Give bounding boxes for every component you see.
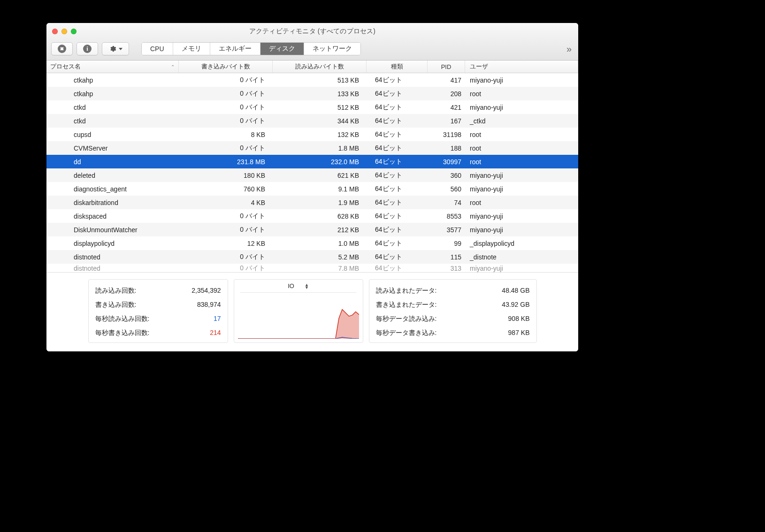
cell-kind: 64ビット	[367, 185, 428, 193]
col-bytes-read[interactable]: 読み込みバイト数	[273, 61, 367, 73]
cell-name: ctkd	[46, 117, 179, 125]
cell-read: 1.8 MB	[273, 144, 367, 152]
cell-write: 0 バイト	[179, 76, 273, 84]
reads-sec-value: 17	[214, 312, 221, 326]
cell-kind: 64ビット	[367, 239, 428, 248]
chart-mode-select[interactable]: IO ▲▼	[240, 282, 357, 293]
chevron-down-icon	[119, 48, 122, 50]
cell-write: 0 バイト	[179, 144, 273, 152]
cell-name: ctkd	[46, 104, 179, 111]
activity-monitor-window: アクティビティモニタ (すべてのプロセス) i	[46, 23, 578, 351]
toolbar: i CPU メモリ エネルギー ディスク ネットワーク	[46, 40, 578, 57]
inspect-process-button[interactable]: i	[76, 42, 98, 55]
col-process-name[interactable]: プロセス名 ⌃	[46, 61, 179, 73]
data-read-sec-label: 毎秒データ読み込み:	[376, 312, 437, 326]
table-row[interactable]: distnoted0 バイト5.2 MB64ビット115_distnote	[46, 250, 578, 264]
col-bytes-written[interactable]: 書き込みバイト数	[179, 61, 273, 73]
table-row[interactable]: diskarbitrationd4 KB1.9 MB64ビット74root	[46, 196, 578, 209]
table-row[interactable]: diskspaced0 バイト628 KB64ビット8553miyano-yuj…	[46, 209, 578, 223]
cell-user: _ctkd	[465, 117, 578, 125]
cell-name: cupsd	[46, 131, 179, 138]
tab-memory[interactable]: メモリ	[173, 43, 210, 55]
writes-sec-value: 214	[210, 326, 221, 340]
cell-pid: 167	[428, 117, 465, 125]
stop-process-button[interactable]	[51, 42, 73, 55]
cell-user: miyano-yuji	[465, 172, 578, 179]
cell-read: 1.9 MB	[273, 199, 367, 206]
cell-kind: 64ビット	[367, 158, 428, 166]
cell-name: diskspaced	[46, 213, 179, 220]
tab-disk[interactable]: ディスク	[260, 43, 304, 55]
cell-name: diskarbitrationd	[46, 199, 179, 206]
cell-write: 8 KB	[179, 131, 273, 138]
cell-write: 0 バイト	[179, 226, 273, 234]
cell-read: 133 KB	[273, 90, 367, 98]
cell-write: 4 KB	[179, 199, 273, 206]
table-row[interactable]: dd231.8 MB232.0 MB64ビット30997root	[46, 155, 578, 168]
cell-read: 621 KB	[273, 172, 367, 179]
table-row[interactable]: ctkd0 バイト512 KB64ビット421miyano-yuji	[46, 100, 578, 114]
toolbar-overflow-button[interactable]: »	[566, 44, 574, 54]
actions-menu-button[interactable]	[102, 42, 129, 55]
cell-pid: 188	[428, 144, 465, 152]
cell-write: 760 KB	[179, 185, 273, 193]
table-row[interactable]: DiskUnmountWatcher0 バイト212 KB64ビット3577mi…	[46, 223, 578, 236]
table-row[interactable]: ctkd0 バイト344 KB64ビット167_ctkd	[46, 114, 578, 128]
data-written-value: 43.92 GB	[502, 297, 529, 312]
cell-kind: 64ビット	[367, 253, 428, 261]
cell-write: 0 バイト	[179, 264, 273, 272]
cell-pid: 208	[428, 90, 465, 98]
cell-name: ctkahp	[46, 90, 179, 98]
cell-pid: 560	[428, 185, 465, 193]
cell-user: root	[465, 199, 578, 206]
data-read-label: 読み込まれたデータ:	[376, 283, 437, 297]
cell-pid: 3577	[428, 226, 465, 234]
cell-kind: 64ビット	[367, 171, 428, 180]
data-write-sec-label: 毎秒データ書き込み:	[376, 326, 437, 340]
data-written-label: 書き込まれたデータ:	[376, 297, 437, 312]
cell-user: _displaypolicyd	[465, 240, 578, 247]
cell-read: 232.0 MB	[273, 158, 367, 166]
reads-label: 読み込み回数:	[95, 283, 137, 297]
cell-write: 0 バイト	[179, 103, 273, 112]
table-row[interactable]: ctkahp0 バイト133 KB64ビット208root	[46, 87, 578, 100]
table-row[interactable]: ctkahp0 バイト513 KB64ビット417miyano-yuji	[46, 73, 578, 87]
cell-read: 628 KB	[273, 213, 367, 220]
table-row[interactable]: displaypolicyd12 KB1.0 MB64ビット99_display…	[46, 236, 578, 250]
tab-cpu[interactable]: CPU	[142, 43, 173, 55]
cell-pid: 417	[428, 76, 465, 84]
info-icon: i	[83, 45, 92, 53]
window-title: アクティビティモニタ (すべてのプロセス)	[46, 23, 578, 39]
table-row[interactable]: distnoted0 バイト7.8 MB64ビット313miyano-yuji	[46, 264, 578, 272]
cell-pid: 360	[428, 172, 465, 179]
io-chart-panel: IO ▲▼	[234, 279, 363, 343]
stop-icon	[58, 45, 66, 53]
table-row[interactable]: diagnostics_agent760 KB9.1 MB64ビット560miy…	[46, 182, 578, 196]
cell-kind: 64ビット	[367, 198, 428, 207]
cell-user: miyano-yuji	[465, 213, 578, 220]
io-chart	[238, 305, 359, 339]
table-row[interactable]: deleted180 KB621 KB64ビット360miyano-yuji	[46, 168, 578, 182]
writes-value: 838,974	[197, 297, 221, 312]
process-table[interactable]: ctkahp0 バイト513 KB64ビット417miyano-yujictka…	[46, 73, 578, 272]
cell-write: 12 KB	[179, 240, 273, 247]
table-row[interactable]: cupsd8 KB132 KB64ビット31198root	[46, 128, 578, 141]
cell-name: deleted	[46, 172, 179, 179]
cell-pid: 8553	[428, 213, 465, 220]
cell-user: miyano-yuji	[465, 185, 578, 193]
cell-read: 513 KB	[273, 76, 367, 84]
data-write-sec-value: 987 KB	[508, 326, 530, 340]
table-row[interactable]: CVMServer0 バイト1.8 MB64ビット188root	[46, 141, 578, 155]
cell-write: 231.8 MB	[179, 158, 273, 166]
cell-read: 212 KB	[273, 226, 367, 234]
col-kind[interactable]: 種類	[367, 61, 428, 73]
cell-name: diagnostics_agent	[46, 185, 179, 193]
tab-energy[interactable]: エネルギー	[210, 43, 260, 55]
col-pid[interactable]: PID	[428, 61, 465, 73]
reads-value: 2,354,392	[191, 283, 221, 297]
col-user[interactable]: ユーザ	[465, 61, 578, 73]
cell-name: dd	[46, 158, 179, 166]
tab-network[interactable]: ネットワーク	[304, 43, 360, 55]
cell-read: 5.2 MB	[273, 253, 367, 261]
cell-name: CVMServer	[46, 144, 179, 152]
